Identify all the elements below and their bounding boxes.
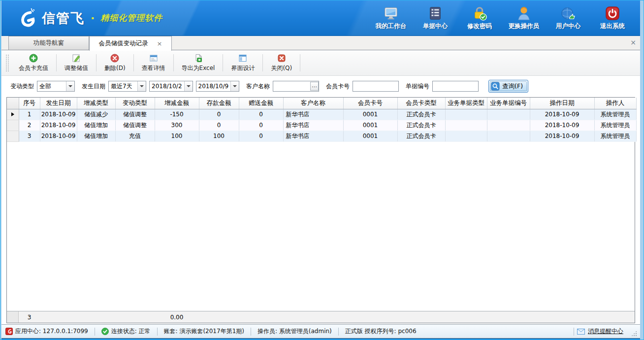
grid-cell: 系统管理员 — [594, 120, 636, 131]
grid-cell: 储值减少 — [77, 109, 115, 120]
menu-change-password[interactable]: 修改密码 — [464, 6, 495, 31]
grid-cell — [487, 120, 530, 131]
grid-cell: 2018-10-09 — [40, 131, 77, 141]
chevron-down-icon[interactable] — [137, 81, 146, 91]
ui-design-button[interactable]: 界面设计 — [223, 50, 262, 75]
card-no-input[interactable] — [353, 81, 399, 92]
column-header[interactable]: 发生日期 — [40, 98, 77, 109]
chevron-down-icon[interactable] — [184, 81, 193, 91]
chevron-down-icon[interactable] — [66, 81, 74, 91]
column-header[interactable]: 会员卡类型 — [397, 98, 445, 109]
column-header[interactable]: 业务单据类型 — [445, 98, 487, 109]
account-set-text: 账套: 演示账套(2017年第1期) — [164, 327, 244, 336]
chevron-down-icon[interactable] — [230, 81, 239, 91]
card-no-label: 会员卡号 — [326, 82, 350, 91]
edit-pencil-icon — [72, 54, 81, 63]
grid-cell: 100 — [155, 131, 199, 141]
row-selector-cell[interactable] — [7, 131, 19, 141]
resize-grip[interactable] — [631, 331, 637, 337]
date-from-picker[interactable]: 2018/10/2 — [149, 81, 193, 92]
switch-operator-icon — [516, 6, 531, 21]
column-header[interactable]: 操作日期 — [530, 98, 594, 109]
change-password-lock-icon — [472, 6, 487, 21]
menu-my-workbench[interactable]: 我的工作台 — [375, 6, 407, 31]
date-range-select[interactable]: 最近7天 — [108, 81, 146, 92]
tab-member-stored-value-record[interactable]: 会员储值变动记录 × — [89, 36, 172, 51]
grid-cell: 2018-10-09 — [530, 120, 594, 131]
recharge-card-button[interactable]: 会员卡充值 — [11, 50, 56, 75]
message-center-link[interactable]: 消息提醒中心 — [588, 327, 623, 336]
grid-cell: 2 — [19, 120, 40, 131]
table-row[interactable]: 1 2018-10-09 储值减少 储值调整 -150 0 0 新华书店 000… — [7, 109, 636, 120]
grid-cell: 0001 — [343, 109, 397, 120]
column-header[interactable]: 客户名称 — [283, 98, 343, 109]
column-header[interactable]: 业务单据编号 — [487, 98, 530, 109]
grid-cell: 新华书店 — [283, 131, 343, 141]
grid-cell: 2018-10-09 — [40, 120, 77, 131]
column-header[interactable]: 会员卡号 — [343, 98, 397, 109]
row-selector-cell[interactable] — [7, 120, 19, 131]
column-header[interactable]: 序号 — [19, 98, 40, 109]
row-selector-cell[interactable] — [7, 109, 19, 120]
column-header[interactable]: 操作人 — [594, 98, 636, 109]
column-header[interactable]: 存款金额 — [199, 98, 239, 109]
tab-label: 功能导航窗 — [33, 39, 64, 47]
grid-cell: 储值增加 — [77, 120, 115, 131]
brand-logo-icon — [14, 7, 37, 30]
doc-no-label: 单据编号 — [406, 82, 429, 91]
add-plus-icon — [29, 54, 38, 63]
tabbar-close-icon[interactable]: × — [630, 38, 636, 46]
column-header[interactable]: 变动类型 — [115, 98, 155, 109]
grid-summary-row: 3 0.00 — [7, 311, 635, 323]
summary-row-count: 3 — [19, 314, 40, 321]
toolbar-label: 界面设计 — [231, 64, 255, 72]
delete-cross-icon — [110, 54, 119, 63]
menu-switch-operator[interactable]: 更换操作员 — [508, 6, 540, 31]
brand-name: 信管飞 — [42, 9, 85, 27]
menu-user-center[interactable]: 用户中心 — [552, 6, 584, 31]
tab-label: 会员储值变动记录 — [99, 39, 148, 48]
change-type-select[interactable]: 全部 — [37, 81, 75, 92]
grid-cell — [445, 131, 487, 141]
grid-empty-area — [7, 142, 635, 311]
doc-no-input[interactable] — [432, 81, 479, 92]
column-header[interactable]: 增减金额 — [155, 98, 199, 109]
customer-lookup-button[interactable]: … — [310, 82, 319, 91]
toolbar-label: 会员卡充值 — [19, 64, 48, 72]
export-excel-button[interactable]: 导出为Excel — [174, 50, 223, 75]
tab-function-nav[interactable]: 功能导航窗 — [8, 36, 89, 50]
toolbar-separator — [300, 54, 300, 71]
change-type-label: 变动类型 — [10, 82, 34, 91]
column-header[interactable]: 增减类型 — [77, 98, 115, 109]
menu-label: 退出系统 — [600, 22, 625, 31]
close-button[interactable]: 关闭(Q) — [263, 50, 300, 75]
records-table: 序号 发生日期 增减类型 变动类型 增减金额 存款金额 赠送金额 客户名称 会员… — [7, 98, 637, 142]
query-button-label: 查询(F) — [502, 82, 523, 91]
table-row[interactable]: 2 2018-10-09 储值增加 储值调整 300 0 0 新华书店 0001… — [7, 120, 636, 131]
grid-cell: 2018-10-09 — [530, 131, 594, 141]
view-detail-button[interactable]: 查看详情 — [134, 50, 173, 75]
grid-cell: 0001 — [343, 131, 397, 141]
tab-close-icon[interactable]: × — [157, 40, 162, 47]
toolbar-label: 导出为Excel — [182, 64, 215, 72]
brand-subtitle: 精细化管理软件 — [100, 12, 162, 24]
column-header[interactable]: 赠送金额 — [239, 98, 283, 109]
menu-exit-system[interactable]: 退出系统 — [597, 6, 628, 31]
menu-document-center[interactable]: 单据中心 — [419, 6, 451, 31]
grid-cell: 新华书店 — [283, 109, 343, 120]
date-label: 发生日期 — [82, 82, 105, 91]
toolbar-label: 调整储值 — [64, 64, 88, 72]
grid-cell: 储值调整 — [115, 109, 155, 120]
date-to-picker[interactable]: 2018/10/9 — [196, 81, 240, 92]
message-envelope-icon — [577, 329, 585, 335]
adjust-stored-value-button[interactable]: 调整储值 — [57, 50, 96, 75]
query-button[interactable]: 查询(F) — [488, 80, 528, 93]
table-row[interactable]: 3 2018-10-09 储值增加 充值 100 100 0 新华书店 0001… — [7, 131, 636, 141]
summary-amount-total: 0.00 — [155, 314, 199, 321]
current-row-indicator — [11, 112, 14, 116]
status-bar: 应用中心: 127.0.0.1:7099 连接状态: 正常 账套: 演示账套(2… — [1, 324, 640, 338]
grid-cell: 充值 — [115, 131, 155, 141]
toolbar-grip-handle[interactable] — [5, 54, 9, 71]
delete-button[interactable]: 删除(D) — [97, 50, 133, 75]
grid-cell: 0 — [199, 120, 239, 131]
